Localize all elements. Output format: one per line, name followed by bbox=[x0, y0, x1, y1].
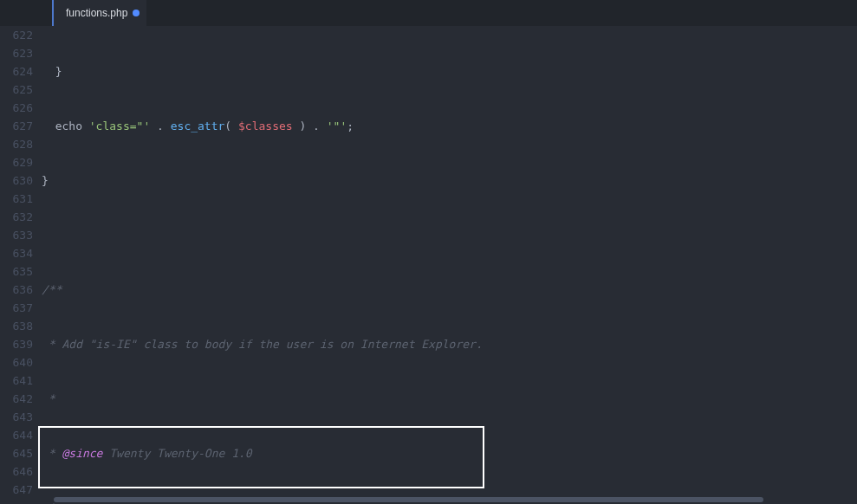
code-text: } bbox=[42, 174, 49, 187]
line-number: 639 bbox=[0, 335, 33, 353]
code-comment: * Add "is-IE" class to body if the user … bbox=[42, 338, 483, 351]
horizontal-scrollbar[interactable] bbox=[42, 495, 848, 504]
line-number: 647 bbox=[0, 481, 33, 499]
code-area[interactable]: } echo 'class="' . esc_attr( $classes ) … bbox=[42, 26, 857, 495]
line-number: 634 bbox=[0, 244, 33, 262]
line-number: 625 bbox=[0, 81, 33, 99]
dirty-indicator-icon bbox=[133, 10, 140, 16]
code-text: . bbox=[150, 120, 170, 132]
code-text: ; bbox=[347, 120, 354, 132]
code-text: ) . bbox=[293, 120, 327, 132]
tab-filename: functions.php bbox=[66, 7, 127, 19]
line-number: 643 bbox=[0, 408, 33, 426]
line-number: 633 bbox=[0, 226, 33, 244]
line-number: 635 bbox=[0, 262, 33, 281]
code-text: ( bbox=[224, 120, 238, 132]
line-number: 624 bbox=[0, 62, 33, 81]
code-text: 'class="' bbox=[89, 120, 150, 132]
code-text: esc_attr bbox=[171, 120, 225, 132]
line-number: 627 bbox=[0, 117, 33, 135]
line-number: 628 bbox=[0, 135, 33, 153]
line-number: 626 bbox=[0, 99, 33, 117]
code-text: $classes bbox=[238, 120, 293, 132]
line-number: 642 bbox=[0, 390, 33, 408]
code-comment: Twenty Twenty-One 1.0 bbox=[102, 447, 251, 460]
tab-bar: functions.php bbox=[0, 0, 857, 26]
line-number: 630 bbox=[0, 171, 33, 190]
line-number-gutter: 6226236246256266276286296306316326336346… bbox=[0, 26, 42, 495]
code-text: echo bbox=[42, 120, 89, 132]
line-number: 637 bbox=[0, 299, 33, 317]
code-comment: * bbox=[42, 447, 62, 460]
code-text: '"' bbox=[327, 120, 347, 132]
line-number: 644 bbox=[0, 426, 33, 444]
line-number: 641 bbox=[0, 372, 33, 390]
code-doctag: @since bbox=[62, 447, 102, 460]
line-number: 638 bbox=[0, 317, 33, 335]
line-number: 622 bbox=[0, 26, 33, 44]
line-number: 645 bbox=[0, 444, 33, 462]
editor[interactable]: 6226236246256266276286296306316326336346… bbox=[0, 26, 857, 495]
line-number: 636 bbox=[0, 281, 33, 299]
code-comment: /** bbox=[42, 283, 62, 296]
line-number: 629 bbox=[0, 153, 33, 171]
tab-functions-php[interactable]: functions.php bbox=[52, 0, 146, 26]
line-number: 623 bbox=[0, 44, 33, 62]
line-number: 631 bbox=[0, 190, 33, 208]
line-number: 632 bbox=[0, 208, 33, 226]
scrollbar-thumb[interactable] bbox=[54, 497, 763, 502]
code-comment: * bbox=[42, 392, 55, 405]
line-number: 646 bbox=[0, 462, 33, 481]
line-number: 640 bbox=[0, 353, 33, 372]
code-text: } bbox=[42, 65, 62, 78]
